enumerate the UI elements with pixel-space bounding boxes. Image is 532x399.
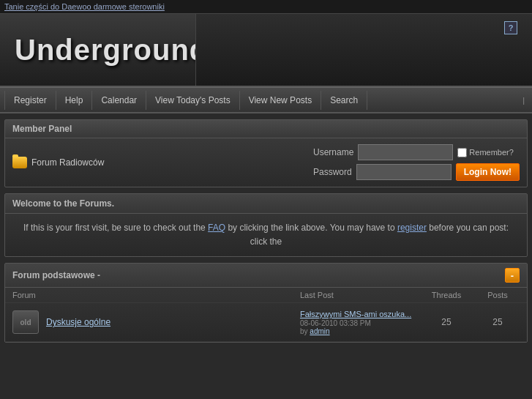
forum-collapse-button[interactable]: - bbox=[505, 268, 520, 283]
navbar: RegisterHelpCalendarView Today's PostsVi… bbox=[0, 87, 532, 113]
username-row: Username Remember? bbox=[313, 144, 520, 160]
folder-icon bbox=[12, 157, 27, 168]
forum-section-header: Forum podstawowe - - bbox=[5, 264, 527, 288]
header-right: ? bbox=[504, 21, 517, 34]
top-bar: Tanie części do Daewoo darmowe sterownik… bbox=[0, 0, 532, 14]
header-banner: ? bbox=[195, 14, 532, 86]
welcome-text-2: by clicking the link above. You may have… bbox=[225, 223, 397, 233]
posts-count-0: 25 bbox=[476, 317, 520, 327]
last-post-date-0: 08-06-2010 03:38 PM bbox=[300, 319, 417, 327]
navbar-separator: | bbox=[522, 96, 528, 105]
password-row: Password Login Now! bbox=[313, 163, 520, 181]
remember-section: Remember? bbox=[457, 148, 514, 157]
login-form: Username Remember? Password Login Now! bbox=[313, 144, 520, 181]
remember-label: Remember? bbox=[469, 148, 514, 157]
site-title: Underground bbox=[15, 34, 208, 67]
col-posts: Posts bbox=[476, 291, 520, 299]
username-input[interactable] bbox=[358, 144, 453, 160]
forum-row-left-0: oldDyskusje ogólne bbox=[12, 310, 300, 334]
forum-section: Forum podstawowe - - Forum Last Post Thr… bbox=[4, 263, 528, 343]
threads-count-0: 25 bbox=[417, 317, 476, 327]
nav-item-register[interactable]: Register bbox=[4, 91, 56, 110]
forum-column-headers: Forum Last Post Threads Posts bbox=[5, 288, 527, 303]
header-help-icon[interactable]: ? bbox=[504, 21, 517, 34]
forum-section-title: Forum podstawowe - bbox=[12, 270, 100, 280]
nav-item-view-new[interactable]: View New Posts bbox=[240, 91, 321, 110]
member-panel: Member Panel Forum Radiowców Username Re… bbox=[4, 119, 528, 187]
nav-item-calendar[interactable]: Calendar bbox=[92, 91, 146, 110]
username-label: Username bbox=[313, 147, 353, 157]
last-post-link-0[interactable]: Fałszywymi SMS-ami oszuka... bbox=[300, 310, 411, 318]
welcome-section: Welcome to the Forums. If this is your f… bbox=[4, 193, 528, 257]
member-panel-body: Forum Radiowców Username Remember? Passw… bbox=[5, 138, 527, 187]
form-rows: Username Remember? Password Login Now! bbox=[313, 144, 520, 181]
last-post-cell-0: Fałszywymi SMS-ami oszuka...08-06-2010 0… bbox=[300, 309, 417, 335]
forum-row-0: oldDyskusje ogólneFałszywymi SMS-ami osz… bbox=[5, 303, 527, 342]
member-panel-header: Member Panel bbox=[5, 120, 527, 138]
forum-icon-0: old bbox=[12, 310, 39, 334]
header: Underground ? bbox=[0, 14, 532, 87]
forum-radiowcow-link[interactable]: Forum Radiowców bbox=[12, 157, 313, 168]
nav-item-view-today[interactable]: View Today's Posts bbox=[146, 91, 240, 110]
forum-rows-container: oldDyskusje ogólneFałszywymi SMS-ami osz… bbox=[5, 303, 527, 342]
register-link[interactable]: register bbox=[397, 223, 427, 233]
remember-checkbox[interactable] bbox=[457, 148, 467, 157]
forum-title-link-0[interactable]: Dyskusje ogólne bbox=[46, 317, 110, 327]
faq-link[interactable]: FAQ bbox=[208, 223, 225, 233]
welcome-text-1: If this is your first visit, be sure to … bbox=[23, 223, 208, 233]
top-bar-link[interactable]: Tanie części do Daewoo darmowe sterownik… bbox=[4, 2, 165, 11]
col-threads: Threads bbox=[417, 291, 476, 299]
last-post-author-link-0[interactable]: admin bbox=[310, 327, 329, 335]
col-last-post: Last Post bbox=[300, 291, 417, 299]
forum-radiowcow-label: Forum Radiowców bbox=[31, 157, 104, 168]
password-input[interactable] bbox=[356, 164, 452, 180]
last-post-by-0: by admin bbox=[300, 327, 417, 335]
welcome-body: If this is your first visit, be sure to … bbox=[5, 214, 527, 256]
nav-item-help[interactable]: Help bbox=[56, 91, 93, 110]
password-label: Password bbox=[313, 167, 352, 177]
nav-item-search[interactable]: Search bbox=[321, 91, 367, 110]
login-button[interactable]: Login Now! bbox=[456, 163, 520, 181]
welcome-header: Welcome to the Forums. bbox=[5, 194, 527, 214]
col-forum: Forum bbox=[12, 291, 300, 299]
